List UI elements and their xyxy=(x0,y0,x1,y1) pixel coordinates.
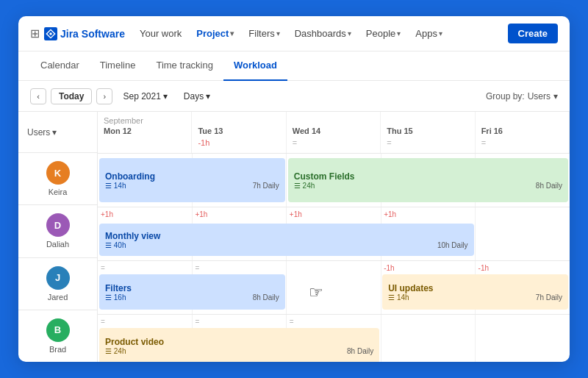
chevron-down-icon: ▾ xyxy=(348,29,351,38)
today-button[interactable]: Today xyxy=(51,88,92,104)
jared-cell-2 xyxy=(287,261,381,314)
schedule-grid: September Mon 12 Tue 13 -1h Wed 14 = Thu… xyxy=(98,112,570,362)
row-daliah: +1h +1h +1h +1h Monthly view ☰ 40h 10h D… xyxy=(98,207,570,261)
chevron-down-icon: ▾ xyxy=(276,29,280,38)
group-by-selector[interactable]: Group by: Users ▾ xyxy=(486,91,558,101)
grid-icon[interactable]: ⊞ xyxy=(30,26,40,40)
nav-apps[interactable]: Apps ▾ xyxy=(409,25,448,42)
tab-time-tracking[interactable]: Time tracking xyxy=(146,51,223,81)
nav-dashboards[interactable]: Dashboards ▾ xyxy=(289,25,357,42)
task-monthly-view[interactable]: Monthly view ☰ 40h 10h Daily xyxy=(99,224,474,256)
jared-diff-1: = xyxy=(195,264,199,272)
tab-timeline[interactable]: Timeline xyxy=(90,51,146,81)
avatar-brad: B xyxy=(46,318,70,342)
group-by-value: Users xyxy=(528,91,551,101)
svg-point-1 xyxy=(49,32,51,35)
brad-diff-2: = xyxy=(290,318,294,326)
row-jared: = = -1h -1h Filters ☰ 16h 8h Daily xyxy=(98,261,570,315)
chevron-down-icon: ▾ xyxy=(553,91,558,101)
grid-rows: Onboarding ☰ 14h 7h Daily Custom Fields … xyxy=(98,154,570,362)
row-keira: Onboarding ☰ 14h 7h Daily Custom Fields … xyxy=(98,154,570,207)
logo-text: Jira Software xyxy=(60,28,125,40)
user-name-keira: Keira xyxy=(49,188,68,196)
daliah-diff-2: +1h xyxy=(290,210,302,218)
toolbar: ‹ Today › Sep 2021 ▾ Days ▾ Group by: Us… xyxy=(18,81,570,112)
day-header-fri16: Fri 16 = xyxy=(476,112,570,153)
navbar: ⊞ Jira Software Your work Project ▾ Filt… xyxy=(18,16,570,51)
task-custom-fields[interactable]: Custom Fields ☰ 24h 8h Daily xyxy=(288,158,568,202)
user-name-brad: Brad xyxy=(49,345,66,354)
task-ui-updates[interactable]: UI updates ☰ 14h 7h Daily xyxy=(382,274,568,310)
chevron-down-icon: ▾ xyxy=(163,91,168,101)
group-by-label: Group by: xyxy=(486,91,525,101)
task-onboarding[interactable]: Onboarding ☰ 14h 7h Daily xyxy=(99,158,285,202)
users-header[interactable]: Users ▾ xyxy=(18,112,97,153)
brad-cell-3 xyxy=(381,315,476,362)
chevron-down-icon: ▾ xyxy=(439,29,442,38)
user-name-jared: Jared xyxy=(48,293,68,302)
avatar-daliah: D xyxy=(46,213,70,237)
days-header: September Mon 12 Tue 13 -1h Wed 14 = Thu… xyxy=(98,112,570,154)
day-header-wed14: Wed 14 = xyxy=(287,112,381,153)
chevron-down-icon: ▾ xyxy=(397,29,401,38)
jared-diff-0: = xyxy=(101,264,105,272)
chevron-down-icon: ▾ xyxy=(52,127,57,138)
app-logo: Jira Software xyxy=(44,27,125,40)
brad-diff-0: = xyxy=(101,318,105,326)
daliah-diff-3: +1h xyxy=(384,210,396,218)
avatar-jared: J xyxy=(46,266,70,290)
row-brad: = = = Product video ☰ 24h 8h Daily xyxy=(98,315,570,362)
nav-people[interactable]: People ▾ xyxy=(360,25,406,42)
user-jared: J Jared xyxy=(18,258,97,310)
toolbar-left: ‹ Today › Sep 2021 ▾ Days ▾ xyxy=(30,88,480,104)
chevron-down-icon: ▾ xyxy=(230,29,234,38)
daliah-diff-1: +1h xyxy=(195,210,207,218)
main-content: Users ▾ K Keira D Daliah J Jared B Brad xyxy=(18,112,570,362)
task-filters[interactable]: Filters ☰ 16h 8h Daily xyxy=(99,274,285,310)
user-column: Users ▾ K Keira D Daliah J Jared B Brad xyxy=(18,112,98,362)
daliah-diff-0: +1h xyxy=(101,210,113,218)
task-product-video[interactable]: Product video ☰ 24h 8h Daily xyxy=(99,328,379,362)
prev-button[interactable]: ‹ xyxy=(30,88,46,104)
create-button[interactable]: Create xyxy=(508,24,558,43)
avatar-keira: K xyxy=(46,161,70,185)
user-keira: K Keira xyxy=(18,153,97,205)
brad-cell-4 xyxy=(476,315,570,362)
nav-filters[interactable]: Filters ▾ xyxy=(243,25,285,42)
brad-diff-1: = xyxy=(195,318,199,326)
tab-calendar[interactable]: Calendar xyxy=(30,51,90,81)
user-name-daliah: Daliah xyxy=(46,240,69,249)
user-brad: B Brad xyxy=(18,310,97,362)
chevron-down-icon: ▾ xyxy=(206,91,210,101)
nav-project[interactable]: Project ▾ xyxy=(190,25,240,42)
day-header-tue13: Tue 13 -1h xyxy=(192,112,286,153)
day-header-thu15: Thu 15 = xyxy=(381,112,475,153)
period-selector[interactable]: Sep 2021 ▾ xyxy=(117,88,173,104)
nav-your-work[interactable]: Your work xyxy=(134,25,187,42)
next-button[interactable]: › xyxy=(96,88,112,104)
view-selector[interactable]: Days ▾ xyxy=(178,88,216,104)
day-header-mon12: September Mon 12 xyxy=(98,112,192,153)
jared-diff-4: -1h xyxy=(478,264,489,272)
user-daliah: D Daliah xyxy=(18,205,97,257)
daliah-cell-4 xyxy=(476,207,570,260)
tab-bar: Calendar Timeline Time tracking Workload xyxy=(18,51,570,81)
jared-diff-3: -1h xyxy=(384,264,394,272)
tab-workload[interactable]: Workload xyxy=(223,51,287,81)
app-window: ⊞ Jira Software Your work Project ▾ Filt… xyxy=(18,16,570,362)
